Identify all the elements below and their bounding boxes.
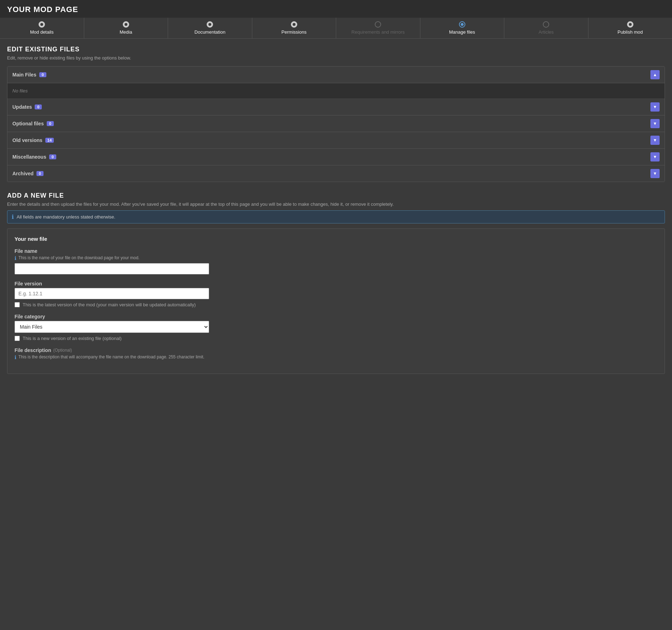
optional-files-header[interactable]: Optional files 0 ▼ <box>7 115 665 132</box>
tab-manage-files-label: Manage files <box>449 29 475 35</box>
tab-articles: Articles <box>504 18 588 38</box>
file-category-group: File category Main Files Updates Optiona… <box>15 314 657 341</box>
optional-files-toggle[interactable]: ▼ <box>650 119 660 128</box>
tab-articles-radio <box>543 21 549 28</box>
tab-mod-details-label: Mod details <box>30 29 53 35</box>
miscellaneous-label: Miscellaneous 0 <box>12 154 56 160</box>
main-files-section: Main Files 0 ▲ No files <box>7 67 665 99</box>
edit-files-subtitle: Edit, remove or hide existing files by u… <box>7 55 665 61</box>
tab-publish-mod-label: Publish mod <box>618 29 643 35</box>
tab-media[interactable]: Media <box>84 18 168 38</box>
old-versions-name: Old versions <box>12 137 42 143</box>
file-version-group: File version This is the latest version … <box>15 281 657 307</box>
main-files-header[interactable]: Main Files 0 ▲ <box>7 67 665 83</box>
optional-files-badge: 0 <box>47 121 54 126</box>
old-versions-toggle[interactable]: ▼ <box>650 136 660 145</box>
main-files-badge: 0 <box>39 72 46 77</box>
info-bar-text: All fields are mandatory unless stated o… <box>17 214 115 220</box>
main-content: EDIT EXISTING FILES Edit, remove or hide… <box>0 39 672 381</box>
info-bar: ℹ All fields are mandatory unless stated… <box>7 210 665 223</box>
tab-mod-details-radio <box>39 21 45 28</box>
tab-media-radio <box>123 21 129 28</box>
updates-toggle[interactable]: ▼ <box>650 102 660 112</box>
latest-version-checkbox[interactable] <box>15 302 20 307</box>
new-version-checkbox[interactable] <box>15 336 20 341</box>
form-card-title: Your new file <box>15 236 657 242</box>
file-name-input[interactable] <box>15 263 209 274</box>
tab-manage-files[interactable]: Manage files <box>420 18 505 38</box>
tab-permissions-label: Permissions <box>281 29 306 35</box>
add-file-section: ADD A NEW FILE Enter the details and the… <box>7 192 665 374</box>
tab-documentation-label: Documentation <box>195 29 225 35</box>
tab-articles-label: Articles <box>539 29 554 35</box>
file-description-hint: ℹ This is the description that will acco… <box>15 354 657 360</box>
latest-version-row: This is the latest version of the mod (y… <box>15 302 657 307</box>
optional-files-label: Optional files 0 <box>12 121 54 126</box>
tab-requirements-mirrors-label: Requirements and mirrors <box>351 29 404 35</box>
tab-publish-mod-radio <box>627 21 633 28</box>
archived-badge: 0 <box>36 171 44 176</box>
archived-label: Archived 0 <box>12 171 44 176</box>
updates-header[interactable]: Updates 0 ▼ <box>7 99 665 115</box>
file-name-group: File name ℹ This is the name of your fil… <box>15 248 657 274</box>
add-file-title: ADD A NEW FILE <box>7 192 665 199</box>
main-files-toggle[interactable]: ▲ <box>650 70 660 79</box>
page-wrapper: YOUR MOD PAGE Mod details Media Document… <box>0 0 672 630</box>
tab-documentation[interactable]: Documentation <box>168 18 252 38</box>
main-files-empty: No files <box>7 83 665 99</box>
updates-name: Updates <box>12 104 32 110</box>
tab-requirements-mirrors-radio <box>375 21 381 28</box>
old-versions-label: Old versions 14 <box>12 137 54 143</box>
tab-manage-files-radio <box>459 21 465 28</box>
new-version-row: This is a new version of an existing fil… <box>15 336 657 341</box>
new-version-label: This is a new version of an existing fil… <box>23 336 122 341</box>
file-description-optional: (Optional) <box>53 348 72 353</box>
tab-permissions-radio <box>291 21 297 28</box>
file-description-hint-icon: ℹ <box>15 354 16 360</box>
updates-label: Updates 0 <box>12 104 42 110</box>
file-name-hint-icon: ℹ <box>15 255 16 261</box>
file-category-label: File category <box>15 314 657 319</box>
file-version-input[interactable] <box>15 288 209 299</box>
nav-tabs: Mod details Media Documentation Permissi… <box>0 18 672 39</box>
file-description-group: File description (Optional) ℹ This is th… <box>15 347 657 360</box>
main-files-name: Main Files <box>12 72 36 78</box>
miscellaneous-toggle[interactable]: ▼ <box>650 152 660 161</box>
main-files-label: Main Files 0 <box>12 72 46 78</box>
tab-media-label: Media <box>120 29 132 35</box>
archived-name: Archived <box>12 171 34 176</box>
form-card: Your new file File name ℹ This is the na… <box>7 228 665 374</box>
page-header: YOUR MOD PAGE <box>0 0 672 18</box>
miscellaneous-name: Miscellaneous <box>12 154 46 160</box>
edit-files-title: EDIT EXISTING FILES <box>7 46 665 53</box>
old-versions-badge: 14 <box>45 138 54 143</box>
tab-documentation-radio <box>207 21 213 28</box>
page-title: YOUR MOD PAGE <box>7 5 665 14</box>
add-file-subtitle: Enter the details and then upload the fi… <box>7 202 665 207</box>
updates-badge: 0 <box>35 104 42 109</box>
miscellaneous-badge: 0 <box>49 154 56 159</box>
tab-publish-mod[interactable]: Publish mod <box>588 18 672 38</box>
file-sections-container: Main Files 0 ▲ No files Updates 0 ▼ <box>7 66 665 182</box>
tab-requirements-mirrors: Requirements and mirrors <box>336 18 420 38</box>
archived-header[interactable]: Archived 0 ▼ <box>7 165 665 182</box>
tab-permissions[interactable]: Permissions <box>252 18 337 38</box>
file-name-hint: ℹ This is the name of your file on the d… <box>15 255 657 261</box>
info-bar-icon: ℹ <box>12 214 14 220</box>
old-versions-header[interactable]: Old versions 14 ▼ <box>7 132 665 149</box>
optional-files-name: Optional files <box>12 121 44 126</box>
file-name-label: File name <box>15 248 657 254</box>
tab-mod-details[interactable]: Mod details <box>0 18 84 38</box>
latest-version-label: This is the latest version of the mod (y… <box>23 302 196 307</box>
file-version-label: File version <box>15 281 657 286</box>
file-category-select[interactable]: Main Files Updates Optional files Old ve… <box>15 321 209 333</box>
archived-toggle[interactable]: ▼ <box>650 169 660 178</box>
file-description-label: File description (Optional) <box>15 347 657 353</box>
miscellaneous-header[interactable]: Miscellaneous 0 ▼ <box>7 149 665 165</box>
